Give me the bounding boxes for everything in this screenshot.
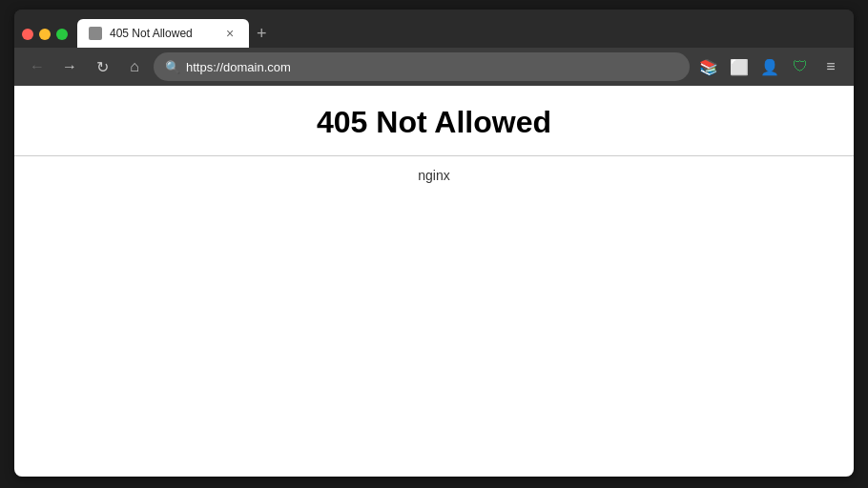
close-button[interactable]	[22, 29, 33, 40]
address-input[interactable]	[186, 60, 678, 74]
back-button[interactable]: ←	[24, 53, 51, 80]
error-title: 405 Not Allowed	[317, 105, 551, 140]
split-view-icon: ⬜	[730, 58, 749, 76]
account-icon: 👤	[760, 58, 779, 76]
search-icon: 🔍	[165, 60, 180, 74]
active-tab[interactable]: 405 Not Allowed ×	[77, 19, 249, 48]
reload-icon: ↻	[96, 58, 109, 76]
forward-icon: →	[62, 58, 77, 75]
shield-icon: 🛡	[793, 58, 808, 75]
address-bar[interactable]: 🔍	[154, 52, 690, 81]
title-bar: 405 Not Allowed × +	[14, 10, 854, 48]
page-content: 405 Not Allowed nginx	[14, 86, 854, 477]
divider	[14, 155, 854, 156]
bookmarks-icon: 📚	[699, 58, 718, 76]
forward-button[interactable]: →	[56, 53, 83, 80]
back-icon: ←	[30, 58, 45, 75]
navigation-bar: ← → ↻ ⌂ 🔍 📚 ⬜ 👤 🛡	[14, 48, 854, 86]
server-label: nginx	[418, 168, 449, 183]
home-button[interactable]: ⌂	[121, 53, 148, 80]
home-icon: ⌂	[130, 58, 139, 75]
tab-title: 405 Not Allowed	[110, 27, 215, 40]
maximize-button[interactable]	[56, 29, 68, 40]
split-view-button[interactable]: ⬜	[726, 53, 753, 80]
window-controls	[22, 29, 68, 48]
new-tab-button[interactable]: +	[249, 25, 275, 48]
reload-button[interactable]: ↻	[89, 53, 115, 80]
account-button[interactable]: 👤	[756, 53, 783, 80]
minimize-button[interactable]	[39, 29, 51, 40]
shield-button[interactable]: 🛡	[787, 53, 814, 80]
bookmarks-button[interactable]: 📚	[695, 53, 722, 80]
tab-close-button[interactable]: ×	[222, 26, 238, 41]
browser-window: 405 Not Allowed × + ← → ↻ ⌂ 🔍 📚 ⬜	[14, 10, 854, 477]
tab-strip: 405 Not Allowed × +	[77, 19, 846, 48]
tab-favicon	[89, 27, 102, 40]
menu-button[interactable]: ≡	[817, 53, 844, 80]
nav-right-controls: 📚 ⬜ 👤 🛡 ≡	[695, 53, 844, 80]
menu-icon: ≡	[826, 58, 835, 75]
